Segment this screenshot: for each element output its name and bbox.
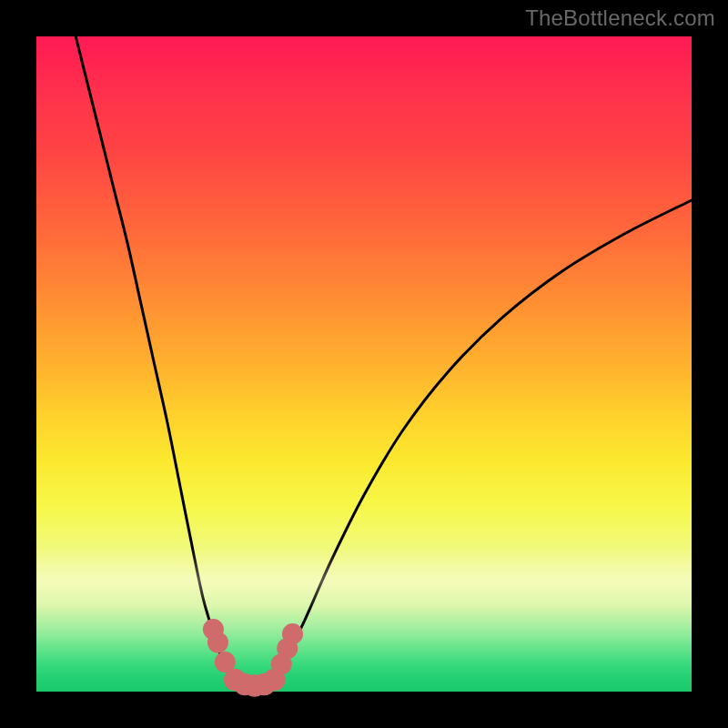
curve-right-branch xyxy=(272,200,692,682)
outer-frame: TheBottleneck.com xyxy=(0,0,728,728)
curve-left-branch xyxy=(76,36,233,682)
data-marker xyxy=(207,632,228,652)
marker-layer xyxy=(203,619,303,697)
plot-area xyxy=(36,36,692,692)
chart-svg xyxy=(36,36,692,692)
curve-layer xyxy=(76,36,692,688)
watermark-text: TheBottleneck.com xyxy=(525,5,715,31)
data-marker xyxy=(282,623,303,644)
